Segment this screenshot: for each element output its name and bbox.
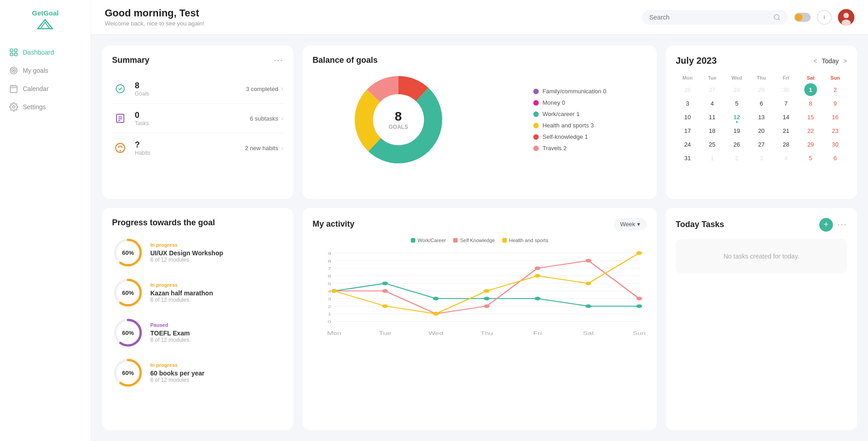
cal-day[interactable]: 9: [829, 97, 842, 110]
cal-day[interactable]: 29: [755, 83, 768, 96]
cal-day[interactable]: 27: [706, 83, 719, 96]
activity-week-button[interactable]: Week ▾: [614, 218, 647, 230]
calendar-icon: [9, 84, 18, 93]
cal-day[interactable]: 30: [829, 138, 842, 151]
cal-day[interactable]: 19: [730, 124, 743, 137]
sidebar-item-dashboard[interactable]: Dashboard: [0, 43, 91, 61]
cal-day[interactable]: 27: [755, 138, 768, 151]
cal-day[interactable]: 28: [730, 83, 743, 96]
cal-day[interactable]: 3: [755, 152, 768, 164]
cal-day[interactable]: 25: [706, 138, 719, 151]
cal-day[interactable]: 6: [755, 97, 768, 110]
tasks-more-button[interactable]: ···: [837, 220, 847, 229]
search-bar: [642, 10, 788, 25]
cal-day[interactable]: 4: [706, 97, 719, 110]
svg-point-66: [382, 281, 388, 285]
sidebar-item-calendar[interactable]: Calendar: [0, 80, 91, 98]
search-input[interactable]: [649, 14, 770, 21]
legend-label-family: Family/communication 0: [542, 88, 606, 95]
svg-text:5: 5: [328, 281, 332, 286]
cal-day[interactable]: 17: [681, 124, 694, 137]
tasks-empty-state: No tasks created for today.: [676, 239, 847, 274]
calendar-card: July 2023 < Today > Mon Tue Wed Thu Fri …: [666, 46, 857, 199]
cal-day[interactable]: 5: [730, 97, 743, 110]
legend-health-sports-act: Health and sports: [502, 238, 548, 243]
header: Good morning, Test Welcome back, nice to…: [91, 0, 868, 35]
tasks-meta-text: 6 subtasks: [250, 115, 278, 122]
cal-day[interactable]: 31: [681, 152, 694, 164]
summary-more-button[interactable]: ···: [274, 56, 283, 65]
cal-day[interactable]: 5: [804, 152, 817, 164]
cal-day[interactable]: 20: [755, 124, 768, 137]
cal-day[interactable]: 8: [804, 97, 817, 110]
cal-day[interactable]: 14: [780, 111, 792, 123]
habits-count: ?: [135, 140, 245, 150]
sidebar-item-settings[interactable]: Settings: [0, 98, 91, 116]
cal-header-fri: Fri: [774, 73, 798, 82]
calendar-today-label[interactable]: Today: [822, 57, 838, 65]
svg-point-82: [484, 289, 490, 293]
tasks-arrow-icon[interactable]: ›: [281, 114, 283, 122]
progress-name-toefl: TOEFL Exam: [150, 329, 283, 337]
svg-point-14: [774, 15, 779, 20]
cal-day[interactable]: 11: [706, 111, 719, 123]
calendar-header: July 2023 < Today >: [676, 56, 847, 66]
cal-day[interactable]: 4: [780, 152, 792, 164]
goals-meta-text: 3 completed: [246, 86, 278, 92]
cal-day-today[interactable]: 1: [804, 83, 817, 96]
cal-day[interactable]: 26: [730, 138, 743, 151]
cal-day[interactable]: 26: [681, 83, 694, 96]
cal-day[interactable]: 21: [780, 124, 792, 137]
cal-day[interactable]: 2: [730, 152, 743, 164]
cal-day[interactable]: 12: [730, 111, 743, 123]
habits-label: Habits: [135, 150, 245, 156]
legend-dot-work-career: [411, 238, 415, 243]
svg-text:9: 9: [328, 251, 332, 256]
sidebar-item-label: Dashboard: [23, 49, 54, 56]
cal-day[interactable]: 15: [804, 111, 817, 123]
donut-chart: 8 GOALS: [353, 74, 444, 165]
svg-point-83: [535, 274, 541, 278]
cal-day[interactable]: 1: [706, 152, 719, 164]
cal-day[interactable]: 10: [681, 111, 694, 123]
calendar-next-button[interactable]: >: [843, 57, 847, 65]
cal-day[interactable]: 23: [829, 124, 842, 137]
cal-day[interactable]: 13: [755, 111, 768, 123]
theme-toggle[interactable]: [794, 13, 811, 22]
progress-sub-books: 8 of 12 modules: [150, 377, 283, 383]
goals-arrow-icon[interactable]: ›: [281, 85, 283, 93]
svg-text:Tue: Tue: [379, 330, 391, 335]
progress-sub-toefl: 8 of 12 modules: [150, 337, 283, 343]
habits-arrow-icon[interactable]: ›: [281, 144, 283, 152]
calendar-prev-button[interactable]: <: [813, 57, 817, 65]
cal-day[interactable]: 30: [780, 83, 792, 96]
cal-day[interactable]: 16: [829, 111, 842, 123]
info-button[interactable]: i: [817, 10, 832, 25]
header-left: Good morning, Test Welcome back, nice to…: [105, 7, 204, 27]
cal-day[interactable]: 24: [681, 138, 694, 151]
svg-point-77: [586, 259, 592, 262]
cal-day[interactable]: 6: [829, 152, 842, 164]
progress-circle-books: 60%: [112, 357, 144, 389]
cal-day[interactable]: 2: [829, 83, 842, 96]
cal-day[interactable]: 3: [681, 97, 694, 110]
avatar[interactable]: [838, 9, 854, 25]
cal-day[interactable]: 18: [706, 124, 719, 137]
tasks-empty-text: No tasks created for today.: [724, 253, 799, 260]
goals-icon: [115, 83, 126, 94]
cal-day[interactable]: 7: [780, 97, 792, 110]
activity-legend: Work/Career Self Knowledge Health and sp…: [312, 238, 646, 243]
progress-pct-toefl: 60%: [122, 329, 134, 336]
add-task-button[interactable]: +: [819, 218, 833, 232]
donut-number: 8: [388, 109, 408, 124]
cal-day[interactable]: 22: [804, 124, 817, 137]
svg-point-68: [484, 297, 490, 300]
summary-item-tasks: 0 Tasks 6 subtasks ›: [112, 104, 283, 133]
cal-day[interactable]: 29: [804, 138, 817, 151]
legend-label-self-knowledge: Self Knowledge: [460, 238, 495, 243]
cal-day[interactable]: 28: [780, 138, 792, 151]
legend-item-family: Family/communication 0: [533, 88, 606, 95]
legend-item-health: Health and sports 3: [533, 122, 606, 129]
sidebar-item-mygoals[interactable]: My goals: [0, 61, 91, 80]
progress-sub-uiux: 8 of 12 modules: [150, 257, 283, 263]
